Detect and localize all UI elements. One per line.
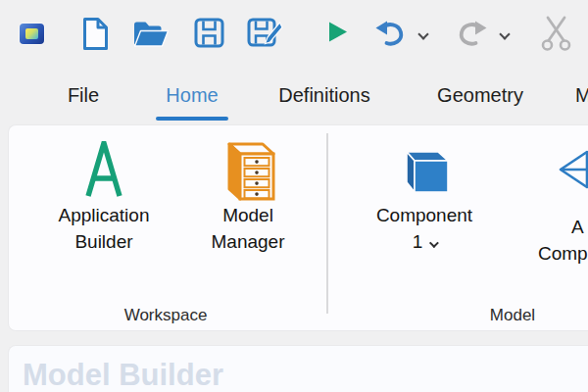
- comsol-logo-inner: [25, 28, 38, 39]
- redo-dropdown-chevron-icon[interactable]: [499, 28, 510, 39]
- add-component-label-line1: A: [571, 214, 584, 240]
- new-file-button[interactable]: [82, 17, 109, 51]
- component-cube-icon: [399, 137, 450, 202]
- tab-materials-truncated[interactable]: M: [575, 84, 588, 107]
- component-1-button[interactable]: Component 1: [348, 137, 501, 255]
- workspace-group-label: Workspace: [87, 306, 244, 325]
- model-group-label: Model: [434, 306, 588, 325]
- scissors-icon: [540, 16, 572, 52]
- application-builder-button[interactable]: Application Builder: [31, 137, 176, 255]
- model-manager-icon: [220, 137, 275, 202]
- save-button[interactable]: [194, 18, 224, 48]
- tab-home[interactable]: Home: [166, 84, 218, 107]
- application-builder-icon: [85, 137, 122, 202]
- redo-button[interactable]: [457, 20, 487, 48]
- application-builder-label: Application Builder: [59, 202, 150, 255]
- model-builder-panel: Model Builder: [8, 345, 588, 392]
- tab-file[interactable]: File: [68, 84, 99, 107]
- save-icon: [194, 18, 224, 48]
- save-as-icon: [247, 16, 286, 51]
- tab-definitions[interactable]: Definitions: [278, 84, 369, 107]
- save-as-button[interactable]: [247, 16, 286, 51]
- ribbon-tab-bar: File Home Definitions Geometry M: [0, 78, 588, 124]
- play-icon: [327, 21, 349, 43]
- undo-button[interactable]: [375, 20, 406, 48]
- model-manager-label: Model Manager: [212, 202, 285, 255]
- new-file-icon: [82, 17, 109, 51]
- undo-dropdown-chevron-icon[interactable]: [417, 28, 428, 39]
- ribbon-group-divider: [326, 133, 328, 314]
- tab-geometry[interactable]: Geometry: [437, 84, 523, 107]
- cut-button[interactable]: [540, 16, 572, 52]
- active-tab-underline: [156, 117, 228, 121]
- component-dropdown-chevron-icon: [429, 238, 439, 248]
- run-button[interactable]: [327, 21, 349, 43]
- model-manager-button[interactable]: Model Manager: [179, 137, 317, 255]
- redo-icon: [457, 20, 487, 48]
- undo-icon: [375, 20, 406, 48]
- comsol-app-icon[interactable]: [20, 24, 44, 44]
- open-button[interactable]: [133, 21, 170, 48]
- component-1-label: Component 1: [376, 202, 472, 255]
- add-component-button[interactable]: [553, 137, 588, 202]
- open-folder-icon: [133, 21, 170, 48]
- quick-access-toolbar: [0, 0, 588, 76]
- model-builder-title: Model Builder: [23, 358, 223, 392]
- ribbon-panel: Application Builder: [8, 124, 588, 331]
- add-component-icon: [558, 137, 588, 202]
- add-component-label-line2: Comp: [538, 240, 588, 267]
